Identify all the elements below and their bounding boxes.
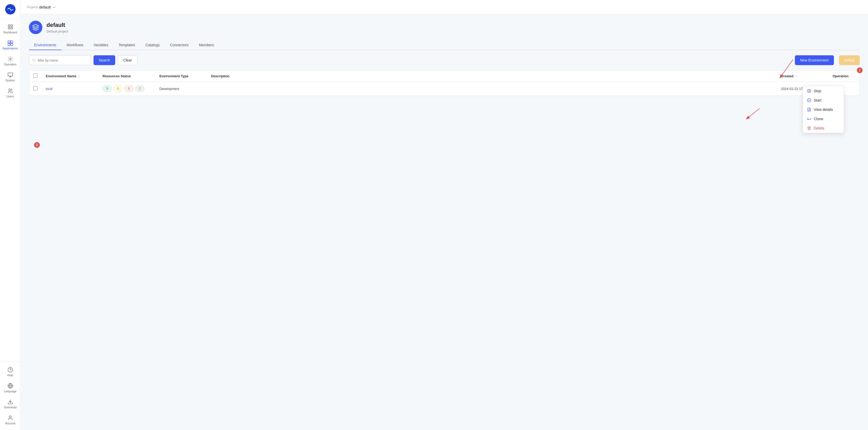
sidebar-item-system-label: System bbox=[5, 79, 15, 82]
sidebar-item-system[interactable]: System bbox=[0, 69, 21, 85]
col-header-name: Environment Name bbox=[46, 74, 94, 78]
sidebar-item-account[interactable]: Account bbox=[0, 412, 21, 428]
sidebar-item-applications-label: Applications bbox=[3, 47, 18, 50]
dropdown-item-view-details[interactable]: View details bbox=[803, 105, 844, 114]
svg-rect-3 bbox=[8, 27, 9, 29]
dropdown-item-clone[interactable]: Clone bbox=[803, 114, 844, 124]
sidebar-item-account-label: Account bbox=[5, 422, 16, 425]
project-selector[interactable]: default bbox=[39, 5, 56, 9]
svg-point-12 bbox=[8, 367, 12, 372]
clear-button[interactable]: Clear bbox=[118, 55, 137, 65]
svg-line-20 bbox=[35, 61, 35, 62]
tab-variables[interactable]: Variables bbox=[88, 40, 114, 50]
select-all-checkbox[interactable] bbox=[33, 74, 37, 78]
sidebar-item-users-label: Users bbox=[6, 95, 14, 98]
topbar-project-name: default bbox=[39, 5, 51, 9]
new-environment-button[interactable]: New Environment bbox=[795, 55, 834, 65]
search-button[interactable]: Search bbox=[94, 55, 115, 65]
sidebar-nav: Dashboard Applications Operation Syste bbox=[0, 21, 21, 362]
sidebar-item-help-label: Help bbox=[7, 374, 13, 377]
delete-button[interactable]: Delete bbox=[839, 55, 860, 65]
brand-logo[interactable] bbox=[0, 0, 21, 19]
svg-line-31 bbox=[747, 109, 760, 119]
svg-marker-27 bbox=[809, 99, 810, 101]
dropdown-menu: Stop Start View detail bbox=[803, 86, 844, 133]
svg-marker-18 bbox=[33, 24, 38, 27]
file-icon bbox=[807, 108, 811, 112]
project-description: Default project bbox=[46, 29, 68, 33]
dropdown-item-start[interactable]: Start bbox=[803, 96, 844, 105]
tab-workflows[interactable]: Workflows bbox=[61, 40, 88, 50]
env-type: Development bbox=[155, 82, 207, 96]
sidebar-item-download[interactable]: Download bbox=[0, 396, 21, 412]
dropdown-view-details-label: View details bbox=[814, 108, 833, 112]
svg-rect-10 bbox=[8, 73, 12, 76]
sort-icon-name[interactable] bbox=[77, 75, 80, 78]
sidebar-item-download-label: Download bbox=[4, 406, 17, 409]
dropdown-clone-label: Clone bbox=[814, 117, 823, 121]
svg-rect-4 bbox=[10, 27, 12, 29]
search-input[interactable] bbox=[38, 58, 88, 62]
project-info: default Default project bbox=[46, 22, 68, 33]
sidebar-bottom: Help Language Download Account bbox=[0, 362, 21, 430]
col-header-created: Created bbox=[781, 74, 824, 78]
delete-icon bbox=[807, 126, 811, 130]
env-description bbox=[207, 82, 777, 96]
chevron-down-icon bbox=[52, 5, 56, 9]
dropdown-item-delete[interactable]: Delete bbox=[803, 124, 844, 133]
env-name-link[interactable]: local bbox=[46, 87, 53, 91]
sidebar-item-language[interactable]: Language bbox=[0, 380, 21, 396]
svg-rect-8 bbox=[10, 43, 12, 45]
badge-gray: 2 bbox=[135, 86, 145, 92]
environments-table: Environment Name Resources Status Enviro… bbox=[29, 70, 860, 95]
dropdown-delete-label: Delete bbox=[814, 126, 824, 130]
svg-point-19 bbox=[33, 59, 35, 61]
project-header: default Default project bbox=[29, 21, 860, 34]
topbar-projects-label: Projects bbox=[27, 5, 38, 9]
table-row: local 0 0 0 2 Development 2024-01-22 17:… bbox=[29, 82, 860, 96]
tab-catalogs[interactable]: Catalogs bbox=[140, 40, 165, 50]
topbar: Projects default bbox=[21, 0, 868, 14]
status-badges: 0 0 0 2 bbox=[102, 86, 151, 92]
sidebar-item-operation-label: Operation bbox=[4, 63, 16, 66]
svg-point-11 bbox=[8, 89, 10, 91]
svg-point-9 bbox=[9, 58, 11, 60]
search-box bbox=[29, 55, 91, 65]
col-created-label: Created bbox=[781, 74, 793, 78]
col-name-label: Environment Name bbox=[46, 74, 76, 78]
badge-green: 0 bbox=[102, 86, 112, 92]
sidebar-item-dashboard[interactable]: Dashboard bbox=[0, 21, 21, 37]
dropdown-stop-label: Stop bbox=[814, 89, 821, 93]
tab-templates[interactable]: Templates bbox=[114, 40, 140, 50]
sidebar-item-operation[interactable]: Operation bbox=[0, 53, 21, 69]
dropdown-start-label: Start bbox=[814, 98, 822, 102]
badge-yellow: 0 bbox=[114, 86, 123, 92]
svg-point-17 bbox=[9, 416, 11, 418]
tab-environments[interactable]: Environments bbox=[29, 40, 61, 50]
col-op-label: Operation bbox=[833, 74, 848, 78]
svg-rect-2 bbox=[10, 25, 12, 26]
sidebar-item-help[interactable]: Help bbox=[0, 364, 21, 380]
col-status-label: Resources Status bbox=[102, 74, 131, 78]
sidebar: Dashboard Applications Operation Syste bbox=[0, 0, 21, 430]
table-body: local 0 0 0 2 Development 2024-01-22 17:… bbox=[29, 82, 860, 96]
sort-icon-created[interactable] bbox=[795, 75, 798, 78]
sidebar-item-applications[interactable]: Applications bbox=[0, 37, 21, 53]
tab-connectors[interactable]: Connectors bbox=[165, 40, 194, 50]
dropdown-item-stop[interactable]: Stop bbox=[803, 86, 844, 96]
col-desc-label: Description bbox=[211, 74, 230, 78]
sidebar-item-users[interactable]: Users bbox=[0, 85, 21, 101]
search-icon bbox=[32, 58, 36, 62]
row-checkbox[interactable] bbox=[33, 86, 37, 90]
toolbar: Search Clear New Environment Delete bbox=[29, 55, 860, 65]
svg-rect-5 bbox=[8, 41, 10, 43]
col-type-label: Environment Type bbox=[159, 74, 188, 78]
table-head: Environment Name Resources Status Enviro… bbox=[29, 70, 860, 82]
start-icon bbox=[807, 98, 811, 102]
clone-icon bbox=[807, 117, 811, 121]
tab-members[interactable]: Members bbox=[194, 40, 219, 50]
svg-rect-7 bbox=[8, 43, 10, 45]
svg-rect-25 bbox=[809, 90, 810, 91]
content-area: default Default project Environments Wor… bbox=[21, 14, 868, 430]
badge-red: 0 bbox=[124, 86, 133, 92]
